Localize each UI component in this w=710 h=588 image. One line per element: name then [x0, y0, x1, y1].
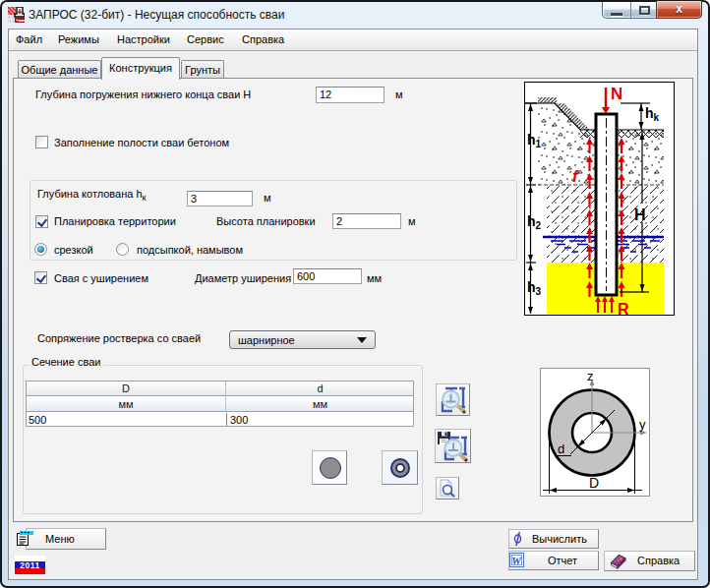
svg-text:h3: h3: [527, 279, 542, 297]
svg-text:hk: hk: [645, 105, 660, 123]
svg-text:h2: h2: [527, 213, 542, 231]
svg-text:z: z: [587, 369, 594, 383]
svg-text:N: N: [611, 85, 622, 103]
svg-text:H: H: [634, 206, 646, 223]
svg-text:W: W: [511, 555, 522, 566]
svg-text:y: y: [639, 417, 646, 432]
svg-text:D: D: [589, 475, 599, 491]
svg-text:R: R: [618, 301, 629, 315]
svg-text:d: d: [558, 441, 564, 456]
